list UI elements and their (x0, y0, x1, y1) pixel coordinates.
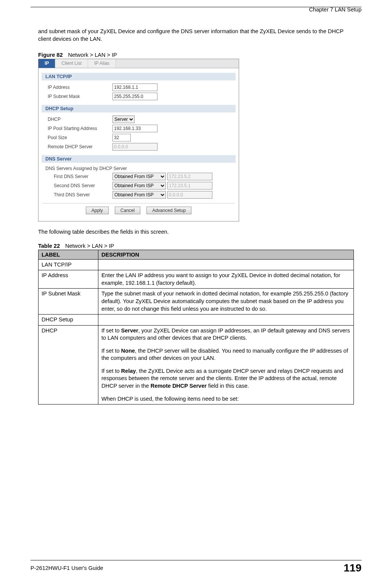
label-ip-subnet: IP Subnet Mask (48, 94, 112, 99)
table-label: Table 22 (38, 243, 60, 249)
row-ip-address: IP Address (48, 83, 239, 91)
label-remote-dhcp: Remote DHCP Server (48, 144, 112, 149)
figure-label: Figure 82 (38, 52, 63, 58)
cell-label: IP Address (39, 270, 98, 289)
row-dns3: Third DNS Server Obtained From ISP (48, 191, 239, 199)
cell-desc (98, 315, 354, 326)
input-ip-address[interactable] (112, 83, 157, 91)
label-dns1: First DNS Server (48, 174, 112, 179)
row-dhcp: DHCP Server (48, 116, 239, 123)
select-dhcp[interactable]: Server (112, 116, 135, 123)
input-dns3[interactable] (167, 191, 212, 199)
button-bar: Apply Cancel Advanced Setup (42, 203, 235, 218)
input-ip-subnet[interactable] (112, 93, 157, 100)
row-ip-subnet: IP Subnet Mask (48, 93, 239, 100)
label-ip-pool: IP Pool Starting Address (48, 126, 112, 131)
cell-label: DHCP (39, 325, 98, 404)
label-ip-address: IP Address (48, 85, 112, 90)
row-remote-dhcp: Remote DHCP Server (48, 143, 239, 151)
cancel-button[interactable]: Cancel (115, 207, 140, 214)
table-row: DHCP Setup (39, 315, 354, 326)
cell-label: LAN TCP/IP (39, 259, 98, 270)
after-figure-paragraph: The following table describes the fields… (38, 228, 354, 236)
input-ip-pool[interactable] (112, 125, 157, 132)
input-remote-dhcp[interactable] (112, 143, 157, 151)
label-dhcp: DHCP (48, 117, 112, 122)
intro-paragraph: and subnet mask of your ZyXEL Device and… (38, 28, 354, 43)
cell-desc: Enter the LAN IP address you want to ass… (98, 270, 354, 289)
cell-desc-dhcp: If set to Server, your ZyXEL Device can … (98, 325, 354, 404)
cell-label: IP Subnet Mask (39, 289, 98, 315)
label-pool-size: Pool Size (48, 135, 112, 140)
row-ip-pool: IP Pool Starting Address (48, 125, 239, 132)
apply-button[interactable]: Apply (86, 207, 109, 214)
table-row: IP Address Enter the LAN IP address you … (39, 270, 354, 289)
footer-rule (31, 560, 361, 560)
tab-ip[interactable]: IP (39, 59, 55, 68)
section-dhcp-setup: DHCP Setup (42, 105, 236, 112)
footer-guide: P-2612HWU-F1 User's Guide (31, 565, 103, 571)
description-table: LABEL DESCRIPTION LAN TCP/IP IP Address … (38, 250, 354, 404)
row-dns1: First DNS Server Obtained From ISP (48, 173, 239, 180)
figure-caption-text: Network > LAN > IP (68, 52, 117, 58)
label-dns3: Third DNS Server (48, 192, 112, 197)
table-row: IP Subnet Mask Type the subnet mask of y… (39, 289, 354, 315)
th-description: DESCRIPTION (98, 250, 354, 259)
cell-desc (98, 259, 354, 270)
footer-page-number: 119 (344, 562, 361, 574)
cell-label: DHCP Setup (39, 315, 98, 326)
dns-assigned-header: DNS Servers Assigned by DHCP Server (45, 166, 239, 171)
select-dns3[interactable]: Obtained From ISP (112, 191, 166, 199)
page-footer: P-2612HWU-F1 User's Guide 119 (31, 557, 361, 574)
table-caption: Table 22 Network > LAN > IP (38, 243, 354, 249)
input-dns2[interactable] (167, 182, 212, 189)
cell-desc: Type the subnet mask of your network in … (98, 289, 354, 315)
tab-ip-alias[interactable]: IP Alias (88, 59, 116, 68)
select-dns2[interactable]: Obtained From ISP (112, 182, 166, 189)
table-row: DHCP If set to Server, your ZyXEL Device… (39, 325, 354, 404)
chapter-header: Chapter 7 LAN Setup (31, 6, 361, 13)
section-lan-tcpip: LAN TCP/IP (42, 73, 236, 80)
lan-ip-screenshot: IP Client List IP Alias LAN TCP/IP IP Ad… (38, 59, 239, 221)
select-dns1[interactable]: Obtained From ISP (112, 173, 166, 180)
table-row: LAN TCP/IP (39, 259, 354, 270)
row-pool-size: Pool Size (48, 134, 239, 141)
tab-bar: IP Client List IP Alias (39, 59, 239, 68)
input-pool-size[interactable] (112, 134, 131, 141)
label-dns2: Second DNS Server (48, 183, 112, 188)
input-dns1[interactable] (167, 173, 212, 180)
figure-caption: Figure 82 Network > LAN > IP (38, 52, 354, 58)
row-dns2: Second DNS Server Obtained From ISP (48, 182, 239, 189)
table-caption-text: Network > LAN > IP (65, 243, 114, 249)
th-label: LABEL (39, 250, 98, 259)
tab-client-list[interactable]: Client List (55, 59, 88, 68)
section-dns-server: DNS Server (42, 155, 236, 163)
advanced-setup-button[interactable]: Advanced Setup (146, 207, 191, 214)
